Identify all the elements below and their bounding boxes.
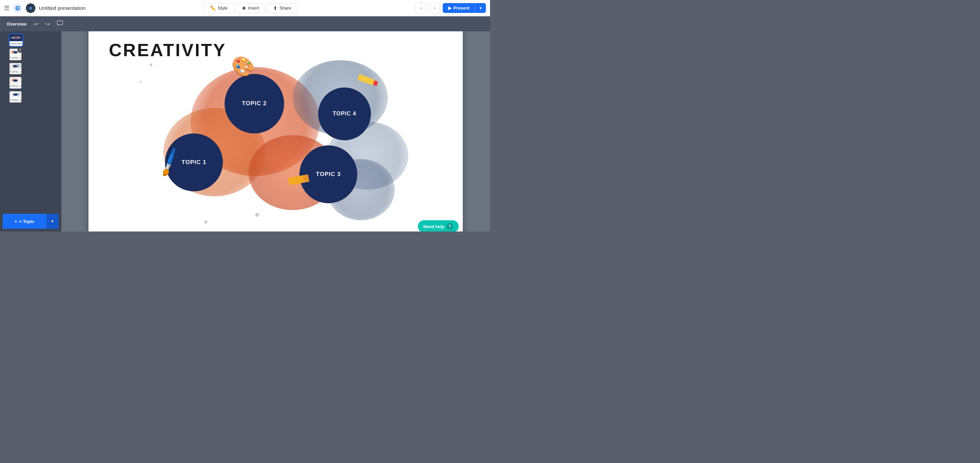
slide-wrapper-3: 3 TOPIC 3 TOPIC 3 — [3, 77, 59, 88]
slide-wrapper-2: 2 TOPIC 2 TOPIC 2 — [3, 63, 59, 75]
comment-button[interactable] — [54, 18, 65, 30]
insert-button[interactable]: ✚ Insert — [235, 3, 266, 13]
play-icon: ▶ — [448, 5, 452, 11]
slide-label-1: TOPIC 1 — [10, 56, 21, 60]
overview-tab[interactable]: Overview — [4, 20, 29, 28]
share-icon: ⬆ — [273, 5, 277, 11]
app-logo: ⚗ — [13, 3, 22, 13]
share-button[interactable]: ⬆ Share — [267, 3, 298, 13]
style-icon: ✏️ — [210, 5, 216, 11]
undo-button[interactable]: ↩ — [32, 19, 40, 29]
need-help-button[interactable]: Need help ? — [418, 220, 459, 232]
present-dropdown[interactable]: ▼ — [475, 4, 486, 13]
main-area: CREATIVITY Overview 1 7 TOPIC 1 — [0, 31, 490, 232]
presentation-title[interactable]: Untitled presentation — [39, 5, 86, 11]
redo-button[interactable]: ↪ — [43, 19, 52, 29]
plus-icon: + — [14, 219, 18, 224]
topbar-center: ✏️ Style ✚ Insert ⬆ Share — [89, 3, 413, 13]
slide-canvas[interactable]: CREATIVITY 🎨 🖌️ — [89, 31, 463, 232]
svg-rect-4 — [357, 74, 375, 85]
slide-wrapper-overview: CREATIVITY Overview — [3, 34, 59, 46]
slide-label-4: TOPIC 4 — [10, 98, 21, 102]
slide-label-2: TOPIC 2 — [10, 69, 21, 74]
add-topic-button[interactable]: + + Topic — [3, 214, 46, 229]
slide-thumb-1[interactable]: 7 TOPIC 1 TOPIC 1 — [10, 49, 21, 60]
dot-1 — [150, 64, 153, 66]
blob-container: 🎨 🖌️ — [136, 53, 415, 230]
svg-text:⚗: ⚗ — [16, 6, 19, 10]
slide-preview-4: TOPIC 4 — [10, 91, 21, 98]
app-logo2 — [26, 3, 35, 13]
slide-preview-3: TOPIC 3 — [10, 77, 21, 84]
slide-preview-2: TOPIC 2 — [10, 63, 21, 70]
present-button[interactable]: ▶ Present ▼ — [443, 3, 486, 13]
topbar-left: ☰ ⚗ Untitled presentation — [4, 3, 86, 13]
slide-wrapper-1: 1 7 TOPIC 1 TOPIC 1 — [3, 49, 59, 60]
slide-label-3: TOPIC 3 — [10, 84, 21, 88]
hamburger-icon[interactable]: ☰ — [4, 5, 10, 12]
add-topic-bar: + + Topic ▼ — [3, 214, 59, 229]
style-button[interactable]: ✏️ Style — [204, 3, 234, 13]
slide-thumb-2[interactable]: TOPIC 2 TOPIC 2 — [10, 63, 21, 75]
dot-4 — [255, 213, 259, 217]
dot-2 — [140, 81, 142, 83]
topbar-right: ‹ › ▶ Present ▼ — [415, 3, 486, 14]
insert-icon: ✚ — [242, 5, 246, 11]
slide-thumb-overview[interactable]: CREATIVITY Overview — [10, 34, 22, 46]
slide-label-overview: Overview — [10, 41, 22, 46]
slide-thumb-4[interactable]: TOPIC 4 TOPIC 4 — [10, 91, 21, 103]
next-arrow[interactable]: › — [429, 3, 440, 14]
slide-preview-overview: CREATIVITY — [10, 34, 22, 41]
slide-wrapper-4: 4 TOPIC 4 TOPIC 4 — [3, 91, 59, 103]
present-main[interactable]: ▶ Present — [443, 3, 475, 13]
help-icon: ? — [447, 223, 453, 230]
slide-thumb-3[interactable]: TOPIC 3 TOPIC 3 — [10, 77, 21, 88]
topic-circle-2[interactable]: TOPIC 2 — [224, 74, 284, 133]
topbar: ☰ ⚗ Untitled presentation ✏️ Style ✚ Ins… — [0, 0, 490, 16]
topic-circle-4[interactable]: TOPIC 4 — [318, 88, 371, 140]
canvas-area: CREATIVITY 🎨 🖌️ — [61, 31, 490, 232]
prev-arrow[interactable]: ‹ — [415, 3, 426, 14]
palette-icon: 🎨 — [231, 55, 255, 78]
sidebar: CREATIVITY Overview 1 7 TOPIC 1 — [0, 31, 61, 232]
dot-3 — [204, 220, 208, 224]
add-topic-dropdown[interactable]: ▼ — [46, 214, 59, 229]
svg-rect-3 — [57, 21, 63, 25]
secondbar: Overview ↩ ↪ — [0, 16, 490, 31]
svg-point-2 — [29, 7, 32, 10]
